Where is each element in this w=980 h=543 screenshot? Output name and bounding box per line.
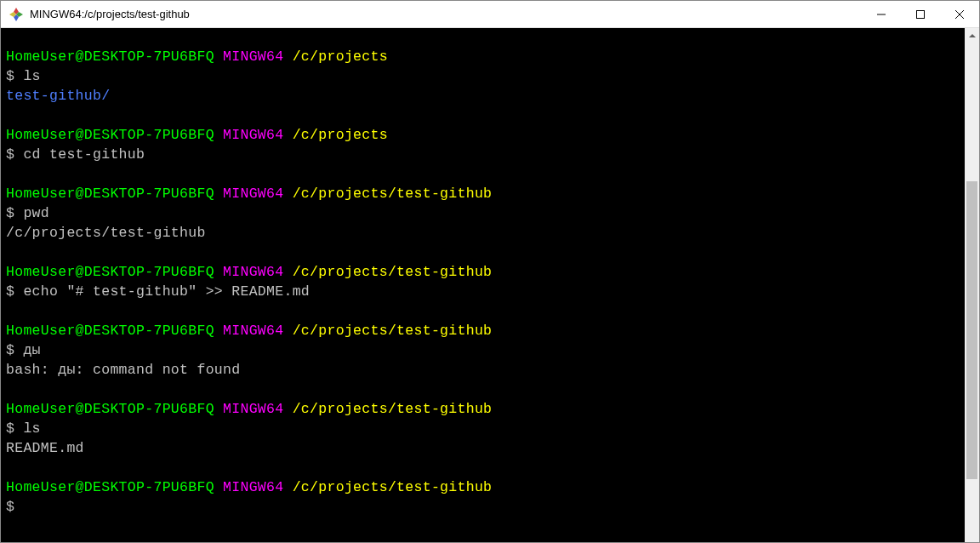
prompt-line: HomeUser@DESKTOP-7PU6BFQ MINGW64 /c/proj… [6,47,960,66]
prompt-line: HomeUser@DESKTOP-7PU6BFQ MINGW64 /c/proj… [6,184,960,203]
prompt-path: /c/projects/test-github [293,479,493,495]
prompt-dollar: $ [6,420,23,437]
command-line: $ ды [6,340,960,360]
prompt-path: /c/projects [293,127,388,143]
prompt-shell: MINGW64 [223,401,283,417]
prompt-user-host: HomeUser@DESKTOP-7PU6BFQ [6,401,214,417]
output-line: README.md [6,438,960,458]
command-line: $ echo "# test-github" >> README.md [6,282,960,301]
prompt-user-host: HomeUser@DESKTOP-7PU6BFQ [6,127,214,143]
prompt-user-host: HomeUser@DESKTOP-7PU6BFQ [6,323,214,339]
prompt-shell: MINGW64 [223,264,283,280]
minimize-button[interactable] [862,1,901,27]
blank-line [6,106,960,125]
prompt-shell: MINGW64 [223,323,283,339]
prompt-dollar: $ [6,283,23,300]
prompt-user-host: HomeUser@DESKTOP-7PU6BFQ [6,186,214,202]
command-line: $ pwd [6,203,960,223]
svg-marker-8 [969,34,976,37]
prompt-shell: MINGW64 [223,49,283,65]
prompt-dollar: $ [6,499,14,515]
command-line: $ ls [6,66,960,86]
output-text: test-github/ [6,88,110,104]
prompt-line: HomeUser@DESKTOP-7PU6BFQ MINGW64 /c/proj… [6,477,960,497]
command-text: cd test-github [23,146,145,163]
prompt-path: /c/projects/test-github [293,264,493,280]
close-button[interactable] [940,1,979,27]
output-line: /c/projects/test-github [6,223,960,243]
blank-line [6,380,960,399]
command-text: pwd [23,205,49,221]
command-line: $ [6,497,960,517]
command-text: ды [23,342,40,358]
prompt-shell: MINGW64 [223,186,283,202]
blank-line [6,243,960,262]
prompt-dollar: $ [6,146,23,163]
window: MINGW64:/c/projects/test-github HomeUser… [0,0,980,543]
output-text: README.md [6,440,84,456]
content-area: HomeUser@DESKTOP-7PU6BFQ MINGW64 /c/proj… [1,28,979,542]
command-text: echo "# test-github" >> README.md [23,283,310,300]
output-text: bash: ды: command not found [6,362,240,378]
scroll-up-button[interactable] [965,28,979,43]
blank-line [6,164,960,184]
output-text: /c/projects/test-github [6,225,206,241]
blank-line [6,301,960,321]
prompt-shell: MINGW64 [223,127,283,143]
prompt-shell: MINGW64 [223,479,283,495]
scroll-thumb[interactable] [966,181,977,479]
prompt-user-host: HomeUser@DESKTOP-7PU6BFQ [6,264,214,280]
app-icon [9,8,23,21]
output-line: test-github/ [6,86,960,106]
prompt-path: /c/projects/test-github [293,186,493,202]
maximize-button[interactable] [901,1,940,27]
prompt-line: HomeUser@DESKTOP-7PU6BFQ MINGW64 /c/proj… [6,399,960,419]
command-line: $ cd test-github [6,145,960,164]
prompt-line: HomeUser@DESKTOP-7PU6BFQ MINGW64 /c/proj… [6,125,960,145]
prompt-user-host: HomeUser@DESKTOP-7PU6BFQ [6,49,214,65]
prompt-user-host: HomeUser@DESKTOP-7PU6BFQ [6,479,214,495]
terminal[interactable]: HomeUser@DESKTOP-7PU6BFQ MINGW64 /c/proj… [1,28,965,542]
output-line: bash: ды: command not found [6,360,960,380]
command-line: $ ls [6,419,960,438]
command-text: ls [23,68,40,84]
scrollbar[interactable] [965,28,979,542]
titlebar[interactable]: MINGW64:/c/projects/test-github [1,1,979,28]
blank-line [6,458,960,477]
prompt-line: HomeUser@DESKTOP-7PU6BFQ MINGW64 /c/proj… [6,262,960,282]
prompt-dollar: $ [6,68,23,84]
prompt-dollar: $ [6,342,23,358]
prompt-path: /c/projects/test-github [293,323,493,339]
prompt-path: /c/projects/test-github [293,401,493,417]
prompt-dollar: $ [6,205,23,221]
prompt-path: /c/projects [293,49,388,65]
command-text: ls [23,420,40,437]
svg-rect-5 [917,10,925,18]
prompt-line: HomeUser@DESKTOP-7PU6BFQ MINGW64 /c/proj… [6,321,960,340]
window-title: MINGW64:/c/projects/test-github [30,8,190,20]
